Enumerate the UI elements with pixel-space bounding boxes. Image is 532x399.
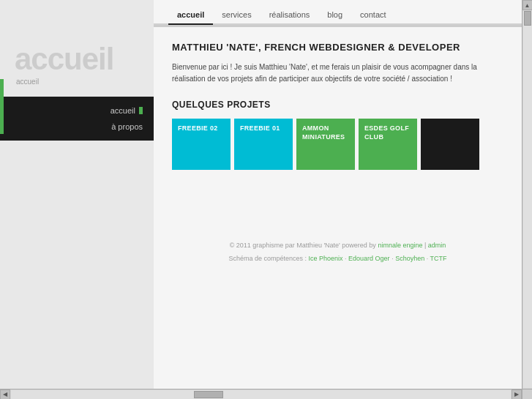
footer-admin-link[interactable]: admin: [428, 242, 446, 249]
sidebar: accueil accueil accueil à propos: [0, 0, 154, 389]
project-card-extra[interactable]: [421, 119, 479, 170]
main-content: accueil services réalisations blog conta…: [154, 0, 522, 389]
sidebar-item-apropos-label: à propos: [111, 122, 143, 131]
project-card-freebie01[interactable]: FREEBIE 01: [234, 119, 293, 170]
footer-engine-link[interactable]: nimnale engine: [378, 242, 422, 249]
scroll-left-button[interactable]: ◀: [0, 389, 10, 400]
vertical-scrollbar[interactable]: ▲ ▼: [522, 0, 532, 399]
page-title: MATTHIEU 'NATE', FRENCH WEBDESIGNER & DE…: [172, 42, 503, 53]
sidebar-title: accueil: [15, 44, 154, 75]
footer-skills: Schéma de compétences : Ice Phoenix · Ed…: [190, 253, 485, 264]
nav-item-services[interactable]: services: [213, 6, 260, 25]
sidebar-navigation: accueil à propos: [0, 97, 154, 141]
scroll-up-button[interactable]: ▲: [522, 0, 533, 10]
top-navigation: accueil services réalisations blog conta…: [154, 0, 522, 25]
sidebar-item-accueil[interactable]: accueil: [0, 102, 154, 119]
sidebar-item-apropos[interactable]: à propos: [0, 119, 154, 135]
footer: © 2011 graphisme par Matthieu 'Nate' pow…: [172, 228, 503, 275]
scroll-right-button[interactable]: ▶: [512, 389, 522, 400]
project-card-esdes[interactable]: ESDES GOLF CLUB: [359, 119, 417, 170]
horizontal-scrollbar[interactable]: ◀ ▶: [0, 389, 522, 399]
footer-copyright: © 2011 graphisme par Matthieu 'Nate' pow…: [190, 239, 485, 251]
nav-item-contact[interactable]: contact: [351, 6, 394, 25]
projects-section-title: QUELQUES PROJETS: [172, 100, 503, 110]
scrollbar-corner: [522, 389, 532, 399]
footer-skill-schoyhen[interactable]: Schoyhen: [395, 255, 424, 262]
active-indicator: [139, 107, 143, 114]
content-body: MATTHIEU 'NATE', FRENCH WEBDESIGNER & DE…: [154, 27, 522, 290]
footer-skill-edouard[interactable]: Edouard Oger: [348, 255, 390, 262]
sidebar-item-accueil-label: accueil: [110, 106, 135, 115]
projects-grid: FREEBIE 02 FREEBIE 01 AMMON MINIATURES E…: [172, 119, 503, 170]
project-card-freebie02[interactable]: FREEBIE 02: [172, 119, 231, 170]
sidebar-subtitle: accueil: [15, 78, 154, 86]
hscroll-track: [11, 390, 511, 399]
project-card-ammon[interactable]: AMMON MINIATURES: [296, 119, 355, 170]
nav-item-accueil[interactable]: accueil: [168, 6, 213, 25]
scroll-track: [523, 11, 532, 388]
hscroll-thumb[interactable]: [194, 391, 223, 398]
green-accent-bar: [0, 79, 4, 134]
footer-skill-icephoenix[interactable]: Ice Phoenix: [309, 255, 343, 262]
intro-text: Bienvenue par ici ! Je suis Matthieu 'Na…: [172, 61, 503, 85]
scroll-thumb[interactable]: [524, 11, 531, 26]
nav-item-realisations[interactable]: réalisations: [261, 6, 319, 25]
footer-skill-tctf[interactable]: TCTF: [430, 255, 447, 262]
nav-item-blog[interactable]: blog: [318, 6, 351, 25]
